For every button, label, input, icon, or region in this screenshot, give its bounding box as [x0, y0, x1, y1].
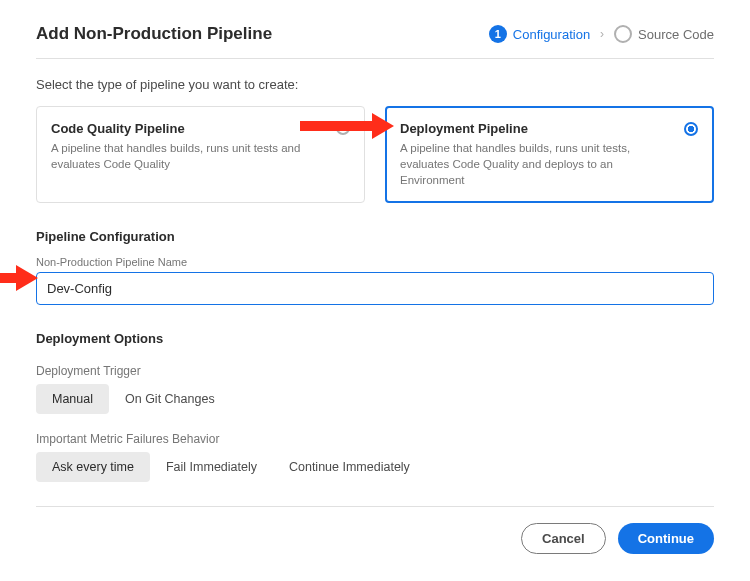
pipeline-configuration-heading: Pipeline Configuration [36, 229, 714, 244]
step-label: Configuration [513, 27, 590, 42]
step-circle-icon [614, 25, 632, 43]
behavior-fail-immediately-button[interactable]: Fail Immediately [150, 452, 273, 482]
pipeline-name-label: Non-Production Pipeline Name [36, 256, 714, 268]
chevron-right-icon: › [600, 27, 604, 41]
stepper-step-source-code[interactable]: Source Code [614, 25, 714, 43]
step-number-icon: 1 [489, 25, 507, 43]
deployment-trigger-label: Deployment Trigger [36, 364, 714, 378]
card-description: A pipeline that handles builds, runs uni… [51, 140, 324, 172]
card-deployment-pipeline[interactable]: Deployment Pipeline A pipeline that hand… [385, 106, 714, 203]
card-title: Deployment Pipeline [400, 121, 673, 136]
behavior-ask-every-time-button[interactable]: Ask every time [36, 452, 150, 482]
card-title: Code Quality Pipeline [51, 121, 324, 136]
trigger-on-git-changes-button[interactable]: On Git Changes [109, 384, 231, 414]
behavior-continue-immediately-button[interactable]: Continue Immediately [273, 452, 426, 482]
cancel-button[interactable]: Cancel [521, 523, 606, 554]
annotation-arrow-icon [0, 265, 38, 291]
stepper-step-configuration[interactable]: 1 Configuration [489, 25, 590, 43]
step-label: Source Code [638, 27, 714, 42]
card-description: A pipeline that handles builds, runs uni… [400, 140, 673, 188]
metric-failures-behavior-group: Ask every time Fail Immediately Continue… [36, 452, 714, 482]
page-title: Add Non-Production Pipeline [36, 24, 272, 44]
deployment-options-heading: Deployment Options [36, 331, 714, 346]
pipeline-type-prompt: Select the type of pipeline you want to … [36, 77, 714, 92]
continue-button[interactable]: Continue [618, 523, 714, 554]
radio-icon[interactable] [336, 121, 350, 135]
stepper: 1 Configuration › Source Code [489, 25, 714, 43]
deployment-trigger-group: Manual On Git Changes [36, 384, 714, 414]
trigger-manual-button[interactable]: Manual [36, 384, 109, 414]
metric-failures-behavior-label: Important Metric Failures Behavior [36, 432, 714, 446]
pipeline-name-input[interactable] [36, 272, 714, 305]
card-code-quality-pipeline[interactable]: Code Quality Pipeline A pipeline that ha… [36, 106, 365, 203]
radio-checked-icon[interactable] [684, 122, 698, 136]
